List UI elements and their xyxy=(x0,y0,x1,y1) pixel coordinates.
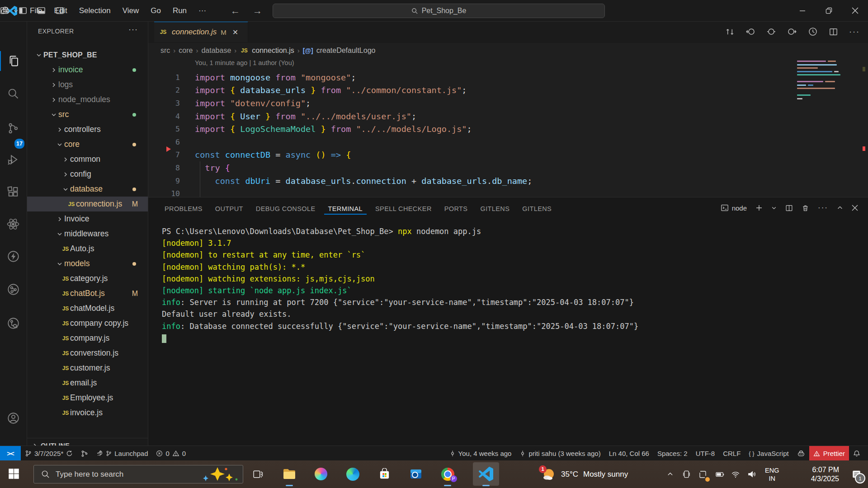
tree-item-database[interactable]: database xyxy=(27,182,148,197)
source-control-icon[interactable] xyxy=(0,117,26,140)
clock-widget[interactable]: 6:07 PM 4/3/2025 xyxy=(792,460,839,488)
notification-center-button[interactable]: 1 xyxy=(846,460,866,488)
tree-item-company-copy-js[interactable]: JScompany copy.js xyxy=(27,316,148,331)
encoding-item[interactable]: UTF-8 xyxy=(692,446,719,461)
tree-item-models[interactable]: models xyxy=(27,256,148,271)
task-view-button[interactable] xyxy=(245,461,270,487)
thunder-client-icon[interactable] xyxy=(0,244,26,268)
panel-tab-gitlens[interactable]: GITLENS xyxy=(476,203,514,215)
git-graph-item[interactable] xyxy=(77,446,92,461)
tray-wifi-icon[interactable] xyxy=(728,460,743,488)
tree-item-pet-shop-be[interactable]: PET_SHOP_BE xyxy=(27,47,148,62)
minimize-button[interactable] xyxy=(789,0,816,21)
tree-item-converstion-js[interactable]: JSconverstion.js xyxy=(27,346,148,361)
menu-more-actions[interactable]: ··· xyxy=(193,4,212,18)
customize-layout-icon[interactable] xyxy=(0,6,9,15)
microsoft-store-button[interactable] xyxy=(372,461,397,487)
tree-item-invoice[interactable]: invoice xyxy=(27,62,148,77)
terminal-output[interactable]: PS C:\Users\Lenovo\Downloads\Database\Pe… xyxy=(162,225,859,446)
panel-tab-ports[interactable]: PORTS xyxy=(440,203,472,215)
notifications-bell-item[interactable] xyxy=(849,446,864,461)
tab-close-icon[interactable]: ✕ xyxy=(232,28,238,37)
chrome-button[interactable]: P xyxy=(435,461,460,487)
indentation-item[interactable]: Spaces: 2 xyxy=(653,446,692,461)
copilot-status-item[interactable] xyxy=(793,446,809,461)
language-switcher[interactable]: ENG IN xyxy=(765,460,779,488)
panel-tab-spell-checker[interactable]: SPELL CHECKER xyxy=(371,203,436,215)
tray-device-icon[interactable] xyxy=(679,460,693,488)
tree-item-category-js[interactable]: JScategory.js xyxy=(27,271,148,286)
accounts-icon[interactable] xyxy=(0,406,26,430)
toggle-primary-sidebar-icon[interactable] xyxy=(19,6,27,15)
panel-tab-gitlens[interactable]: GITLENS xyxy=(518,203,556,215)
code-line[interactable]: 1import mongoose from "mongoose"; xyxy=(148,71,868,84)
close-button[interactable] xyxy=(842,0,868,21)
navigate-back-icon[interactable]: ← xyxy=(231,5,240,16)
search-view-icon[interactable] xyxy=(0,82,26,105)
breadcrumb-database[interactable]: database xyxy=(201,47,231,55)
tree-item-invoice-js[interactable]: JSinvoice.js xyxy=(27,405,148,420)
kill-terminal-icon[interactable] xyxy=(802,204,809,212)
code-line[interactable]: 9 const dbUri = database_urls.connection… xyxy=(148,174,868,188)
tree-item-connection-js[interactable]: JSconnection.jsM xyxy=(27,197,148,211)
gitlens-compare-icon[interactable] xyxy=(725,27,735,37)
menu-item-go[interactable]: Go xyxy=(145,4,166,18)
code-editor[interactable]: You, 1 minute ago | 1 author (You) 1impo… xyxy=(148,58,868,197)
tray-expand-icon[interactable] xyxy=(663,460,677,488)
prettier-status-item[interactable]: Prettier xyxy=(809,446,849,461)
outline-section[interactable]: OUTLINE xyxy=(27,438,148,446)
run-and-debug-icon[interactable] xyxy=(0,148,26,171)
tree-item-employee-js[interactable]: JSEmployee.js xyxy=(27,390,148,405)
tree-item-email-js[interactable]: JSemail.js xyxy=(27,375,148,390)
navigate-forward-icon[interactable]: → xyxy=(253,5,262,16)
launchpad-item[interactable]: Launchpad xyxy=(92,446,152,461)
breadcrumb-file[interactable]: connection.js xyxy=(252,47,294,55)
vscode-taskbar-button[interactable] xyxy=(472,461,500,487)
terminal-instance[interactable]: node xyxy=(721,204,747,212)
minimap[interactable] xyxy=(797,61,848,101)
explorer-icon[interactable] xyxy=(0,49,26,73)
tray-snip-icon[interactable] xyxy=(695,460,711,488)
sync-icon[interactable] xyxy=(66,450,73,457)
tree-item-customer-js[interactable]: JScustomer.js xyxy=(27,361,148,375)
taskbar-search-input[interactable]: Type here to search xyxy=(33,465,243,483)
menu-item-selection[interactable]: Selection xyxy=(74,4,116,18)
breadcrumb-core[interactable]: core xyxy=(179,47,193,55)
code-line[interactable]: 3import "dotenv/config"; xyxy=(148,97,868,110)
git-branch-item[interactable]: 3/7/2025* xyxy=(21,446,77,461)
code-line[interactable]: 4import { User } from "../../models/user… xyxy=(148,110,868,123)
code-line[interactable]: 2import { database_urls } from "../commo… xyxy=(148,84,868,97)
explorer-more-actions[interactable]: ··· xyxy=(128,25,138,34)
breadcrumb-symbol[interactable]: createDefaultLogo xyxy=(316,47,376,55)
edge-browser-button[interactable] xyxy=(340,461,365,487)
tree-item-config[interactable]: config xyxy=(27,167,148,182)
tree-item-core[interactable]: core xyxy=(27,137,148,152)
tree-item-company-js[interactable]: JScompany.js xyxy=(27,331,148,346)
code-line[interactable]: 5import { LogoSchemaModel } from "../../… xyxy=(148,122,868,136)
outlook-button[interactable] xyxy=(403,461,429,487)
tree-item-invoice[interactable]: Invoice xyxy=(27,211,148,226)
maximize-panel-icon[interactable] xyxy=(837,205,843,211)
close-panel-icon[interactable] xyxy=(852,205,858,211)
menu-item-run[interactable]: Run xyxy=(167,4,192,18)
code-line[interactable]: 6 xyxy=(148,136,868,149)
start-button[interactable] xyxy=(8,468,20,480)
tree-item-middlewares[interactable]: middlewares xyxy=(27,226,148,241)
panel-more-actions-icon[interactable]: ··· xyxy=(818,203,828,212)
restore-button[interactable] xyxy=(816,0,842,21)
toggle-panel-icon[interactable] xyxy=(37,6,46,15)
tab-connection-js[interactable]: JS connection.js M ✕ xyxy=(154,21,248,42)
problems-item[interactable]: 0 0 xyxy=(152,446,190,461)
code-line[interactable]: 8 try { xyxy=(148,161,868,174)
breadcrumb-src[interactable]: src xyxy=(160,47,170,55)
dependency-inspector-icon[interactable] xyxy=(0,311,26,335)
panel-tab-problems[interactable]: PROBLEMS xyxy=(160,203,207,215)
split-terminal-icon[interactable] xyxy=(785,204,793,212)
search-highlights-icon[interactable] xyxy=(200,466,241,482)
blame-author-item[interactable]: priti sahu (3 weeks ago) xyxy=(515,446,604,461)
next-change-icon[interactable] xyxy=(787,27,797,37)
tree-item-logs[interactable]: logs xyxy=(27,77,148,92)
codelens-blame[interactable]: You, 1 minute ago | 1 author (You) xyxy=(195,59,294,66)
project-graph-icon[interactable] xyxy=(0,277,26,301)
blame-you-item[interactable]: You, 4 weeks ago xyxy=(445,446,516,461)
